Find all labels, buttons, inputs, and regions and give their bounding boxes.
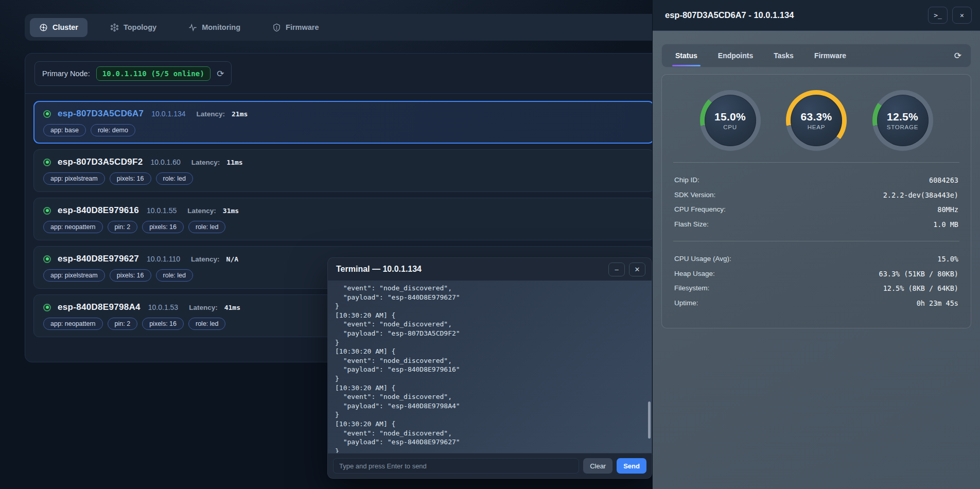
node-ip: 10.0.1.134 — [151, 110, 185, 118]
tab-status[interactable]: Status — [665, 45, 708, 66]
chip-info-group: Chip ID:6084263SDK Version:2.2.2-dev(38a… — [674, 170, 958, 239]
gauge-inner: 15.0%CPU — [705, 95, 756, 146]
gauge-inner: 12.5%STORAGE — [877, 95, 929, 146]
detail-row: Filesystem:12.5% (8KB / 64KB) — [674, 281, 958, 296]
gauge-label: HEAP — [808, 124, 826, 130]
primary-node-badge: 10.0.1.110 (5/5 online) — [96, 66, 211, 81]
status-dot-icon — [43, 110, 51, 118]
status-dot-icon — [43, 159, 51, 166]
minimize-icon[interactable]: – — [608, 263, 625, 276]
latency-value: 41ms — [224, 304, 240, 311]
detail-label: Heap Usage: — [674, 267, 715, 282]
latency-label: Latency: — [197, 110, 225, 118]
detail-value: 15.0% — [937, 252, 958, 267]
tab-firmware[interactable]: Firmware — [804, 45, 856, 66]
monitoring-icon — [188, 23, 197, 32]
gauge-heap: 63.3%HEAP — [786, 90, 847, 151]
gauge-value: 63.3% — [800, 111, 832, 123]
terminal-toggle-icon[interactable]: >_ — [928, 7, 948, 24]
tag-pill: pixels: 16 — [110, 172, 151, 185]
node-ip: 10.0.1.110 — [147, 255, 180, 263]
node-name: esp-807D3A5CD6A7 — [58, 109, 144, 119]
node-tags: app: pixelstreampixels: 16role: led — [43, 172, 644, 185]
detail-label: CPU Usage (Avg): — [674, 252, 731, 267]
refresh-icon[interactable]: ⟳ — [217, 69, 224, 78]
status-card: 15.0%CPU63.3%HEAP12.5%STORAGE Chip ID:60… — [661, 74, 971, 328]
detail-value: 0h 23m 45s — [917, 296, 958, 311]
latency-value: 31ms — [223, 207, 239, 215]
status-dot-icon — [43, 304, 51, 311]
nav-tab-label: Monitoring — [202, 23, 240, 31]
gauge-row: 15.0%CPU63.3%HEAP12.5%STORAGE — [674, 87, 958, 160]
detail-row: Flash Size:1.0 MB — [674, 217, 958, 232]
node-ip: 10.0.1.53 — [148, 303, 178, 311]
detail-value: 63.3% (51KB / 80KB) — [879, 267, 958, 282]
terminal-scrollbar-thumb[interactable] — [648, 401, 651, 439]
detail-label: Chip ID: — [674, 173, 699, 188]
refresh-icon[interactable]: ⟳ — [948, 50, 968, 61]
terminal-log: "event": "node_discovered", "payload": "… — [328, 281, 652, 453]
detail-value: 2.2.2-dev(38a443e) — [883, 188, 958, 203]
nav-tab-label: Cluster — [52, 23, 78, 31]
node-row[interactable]: esp-807D3A5CD6A710.0.1.134Latency:21msap… — [33, 101, 654, 144]
latency-label: Latency: — [191, 159, 220, 166]
node-tags: app: baserole: demo — [43, 124, 644, 136]
gauge-value: 15.0% — [714, 111, 746, 123]
close-icon[interactable]: ✕ — [952, 7, 972, 24]
firmware-icon — [272, 23, 281, 32]
gauge-label: STORAGE — [887, 124, 919, 130]
gauge-cpu: 15.0%CPU — [700, 90, 761, 151]
latency-value: 11ms — [226, 159, 242, 166]
detail-value: 80MHz — [937, 202, 958, 217]
node-name: esp-807D3A5CD9F2 — [58, 157, 143, 167]
terminal-log-text: "event": "node_discovered", "payload": "… — [328, 281, 652, 453]
close-icon[interactable]: ✕ — [629, 263, 645, 276]
gauge-inner: 63.3%HEAP — [791, 95, 842, 146]
nav-tab-firmware[interactable]: Firmware — [263, 18, 328, 37]
tab-tasks[interactable]: Tasks — [763, 45, 804, 66]
detail-value: 1.0 MB — [933, 217, 958, 232]
node-row[interactable]: esp-807D3A5CD9F210.0.1.60Latency:11msapp… — [33, 149, 654, 192]
tag-pill: role: led — [188, 318, 225, 330]
status-dot-icon — [43, 207, 51, 215]
node-tags: app: neopatternpin: 2pixels: 16role: led — [43, 221, 644, 233]
primary-node-label: Primary Node: — [42, 69, 90, 78]
nav-tab-label: Topology — [124, 23, 156, 31]
detail-row: CPU Frequency:80MHz — [674, 202, 958, 217]
tag-pill: app: base — [43, 124, 86, 136]
node-ip: 10.0.1.55 — [147, 206, 177, 215]
nav-tab-monitoring[interactable]: Monitoring — [179, 18, 250, 37]
nav-tab-topology[interactable]: Topology — [101, 18, 166, 37]
tag-pill: pin: 2 — [108, 318, 138, 330]
tag-pill: app: neopattern — [43, 318, 103, 330]
node-detail-panel: esp-807D3A5CD6A7 - 10.0.1.134 >_ ✕ Statu… — [652, 0, 980, 489]
node-ip: 10.0.1.60 — [150, 158, 180, 166]
nav-tab-cluster[interactable]: Cluster — [30, 18, 87, 37]
gauge-storage: 12.5%STORAGE — [872, 90, 933, 151]
detail-label: SDK Version: — [674, 188, 715, 203]
node-row[interactable]: esp-840D8E97961610.0.1.55Latency:31msapp… — [33, 198, 654, 240]
divider — [673, 241, 959, 241]
tag-pill: role: demo — [91, 124, 135, 136]
node-name: esp-840D8E979627 — [58, 254, 139, 264]
nav-tab-label: Firmware — [286, 23, 319, 31]
tag-pill: pixels: 16 — [142, 318, 184, 330]
node-name: esp-840D8E979616 — [58, 205, 139, 216]
tag-pill: pin: 2 — [108, 221, 138, 233]
detail-row: Heap Usage:63.3% (51KB / 80KB) — [674, 267, 958, 282]
terminal-input[interactable] — [333, 458, 579, 474]
gauge-value: 12.5% — [887, 111, 918, 123]
clear-button[interactable]: Clear — [583, 458, 612, 474]
detail-label: Flash Size: — [674, 217, 709, 232]
send-button[interactable]: Send — [617, 458, 646, 474]
latency-label: Latency: — [187, 207, 216, 215]
tag-pill: pixels: 16 — [110, 269, 151, 282]
cluster-icon — [39, 23, 48, 32]
terminal-window: Terminal — 10.0.1.134 – ✕ "event": "node… — [327, 257, 652, 479]
detail-tabs: StatusEndpointsTasksFirmware⟳ — [661, 44, 971, 67]
detail-row: Chip ID:6084263 — [674, 173, 958, 188]
primary-node-bar: Primary Node: 10.0.1.110 (5/5 online) ⟳ — [34, 61, 232, 86]
tab-endpoints[interactable]: Endpoints — [708, 45, 763, 66]
latency-value: N/A — [226, 255, 238, 263]
node-row-header: esp-840D8E97961610.0.1.55Latency:31ms — [43, 205, 644, 216]
